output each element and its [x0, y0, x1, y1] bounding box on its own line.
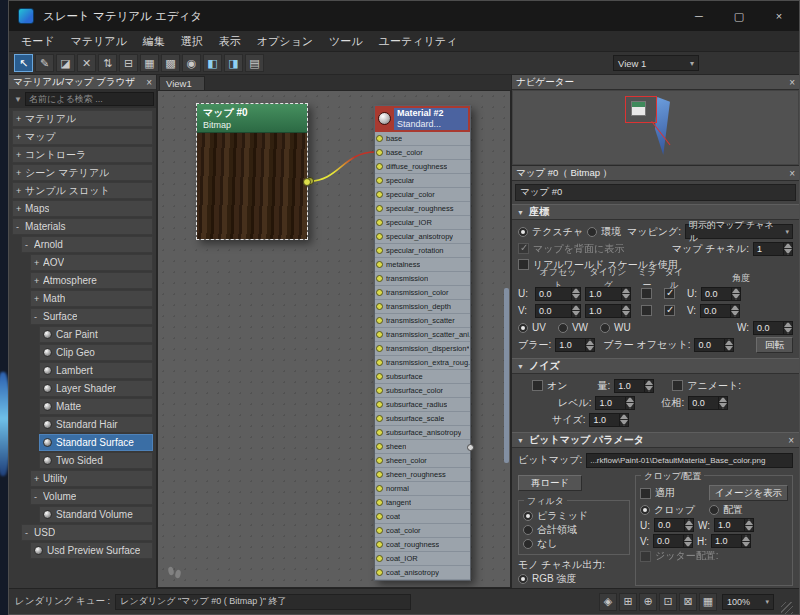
rgb-intensity-radio[interactable] [518, 574, 528, 584]
slot-diffuse_roughness[interactable]: diffuse_roughness [375, 160, 470, 174]
slot-subsurface[interactable]: subsurface [375, 370, 470, 384]
navigator-close-icon[interactable]: × [789, 77, 795, 88]
tiling-v-spinner[interactable]: 1.0 [585, 304, 631, 318]
input-socket-icon[interactable] [376, 135, 383, 142]
browser-item-usd-preview-surface[interactable]: Usd Preview Surface [30, 542, 153, 559]
spinner-arrows-icon[interactable] [741, 535, 750, 547]
rotate-button[interactable]: 回転 [756, 337, 793, 353]
show-background-icon[interactable]: ▦ [140, 54, 159, 72]
noise-on-checkbox[interactable] [532, 380, 543, 391]
resize-grip[interactable] [781, 602, 793, 614]
move-children-icon[interactable]: ⇅ [98, 54, 117, 72]
canvas-scrollbar[interactable] [504, 288, 509, 463]
input-socket-icon[interactable] [376, 457, 383, 464]
map-channel-spinner[interactable]: 1 [753, 242, 793, 256]
tile-v-checkbox[interactable] [664, 305, 675, 316]
input-socket-icon[interactable] [376, 569, 383, 576]
slot-specular_anisotropy[interactable]: specular_anisotropy [375, 230, 470, 244]
rollout-noise-header[interactable]: ▼ ノイズ [512, 358, 799, 374]
spinner-arrows-icon[interactable] [571, 288, 580, 300]
view-image-button[interactable]: イメージを表示 [709, 485, 788, 501]
animate-checkbox[interactable] [672, 380, 683, 391]
expand-icon[interactable]: + [16, 186, 25, 196]
slot-transmission_color[interactable]: transmission_color [375, 286, 470, 300]
filter-summed-area-radio[interactable] [523, 525, 533, 535]
texture-radio[interactable] [518, 227, 528, 237]
browser-item-maps[interactable]: +Maps [12, 200, 153, 217]
slot-metalness[interactable]: metalness [375, 258, 470, 272]
browser-item-math[interactable]: +Math [30, 290, 153, 307]
jitter-checkbox[interactable] [640, 551, 651, 562]
options-icon[interactable]: ▤ [245, 54, 264, 72]
browser-item-usd[interactable]: -USD [21, 524, 153, 541]
spinner-arrows-icon[interactable] [783, 243, 792, 255]
menu-utilities[interactable]: ユーティリティ [371, 34, 466, 49]
mapping-combo[interactable]: 明示的マップ チャネル ▾ [685, 224, 793, 239]
params-close-icon[interactable]: × [789, 168, 795, 179]
angle-v-spinner[interactable]: 0.0 [700, 304, 740, 318]
input-socket-icon[interactable] [376, 317, 383, 324]
offset-u-spinner[interactable]: 0.0 [535, 287, 581, 301]
browser-item-sample-slots[interactable]: +サンプル スロット [12, 182, 153, 199]
input-socket-icon[interactable] [376, 401, 383, 408]
slot-sheen_color[interactable]: sheen_color [375, 454, 470, 468]
collapse-icon[interactable]: - [34, 492, 43, 502]
input-socket-icon[interactable] [376, 275, 383, 282]
input-socket-icon[interactable] [376, 149, 383, 156]
spinner-arrows-icon[interactable] [724, 339, 733, 351]
browser-item-clip-geo[interactable]: Clip Geo [39, 344, 153, 361]
mirror-u-checkbox[interactable] [641, 288, 652, 299]
bitmap-thumbnail[interactable] [197, 133, 307, 239]
slot-coat_color[interactable]: coat_color [375, 524, 470, 538]
spinner-arrows-icon[interactable] [744, 519, 753, 531]
spinner-arrows-icon[interactable] [644, 380, 653, 392]
input-socket-icon[interactable] [376, 359, 383, 366]
expand-icon[interactable]: + [34, 258, 43, 268]
spinner-arrows-icon[interactable] [718, 397, 727, 409]
slot-base[interactable]: base [375, 132, 470, 146]
bitmap-node-header[interactable]: マップ #0 Bitmap [197, 104, 307, 133]
input-socket-icon[interactable] [376, 331, 383, 338]
zoom-region-icon[interactable]: ⊡ [659, 593, 677, 611]
tab-view1[interactable]: View1 [159, 76, 205, 90]
hide-unused-nodeslots-icon[interactable]: ⊟ [119, 54, 138, 72]
noise-phase-spinner[interactable]: 0.0 [688, 396, 728, 410]
slot-coat[interactable]: coat [375, 510, 470, 524]
assign-material-icon[interactable]: ◪ [56, 54, 75, 72]
expand-icon[interactable]: + [16, 132, 25, 142]
zoom-extents-selected-icon[interactable]: ▦ [699, 593, 717, 611]
zoom-extents-icon[interactable]: ⊠ [679, 593, 697, 611]
apply-checkbox[interactable] [640, 488, 651, 499]
close-button[interactable]: × [759, 1, 799, 31]
spinner-arrows-icon[interactable] [731, 288, 740, 300]
browser-item-arnold[interactable]: -Arnold [21, 236, 153, 253]
input-socket-icon[interactable] [376, 555, 383, 562]
browser-item-standard-surface[interactable]: Standard Surface [39, 434, 153, 451]
angle-w-spinner[interactable]: 0.0 [753, 321, 793, 335]
browser-item-aov[interactable]: +AOV [30, 254, 153, 271]
reload-button[interactable]: 再ロード [518, 475, 582, 491]
browser-item-maps-jp[interactable]: +マップ [12, 128, 153, 145]
spinner-arrows-icon[interactable] [730, 305, 739, 317]
menu-edit[interactable]: 編集 [135, 34, 173, 49]
input-socket-icon[interactable] [376, 303, 383, 310]
pan-tool-icon[interactable]: ⊞ [619, 593, 637, 611]
noise-size-spinner[interactable]: 1.0 [589, 413, 629, 427]
input-socket-icon[interactable] [376, 373, 383, 380]
expand-icon[interactable]: + [34, 474, 43, 484]
menu-tools[interactable]: ツール [321, 34, 371, 49]
browser-item-layer-shader[interactable]: Layer Shader [39, 380, 153, 397]
browser-item-surface[interactable]: -Surface [30, 308, 153, 325]
spinner-arrows-icon[interactable] [571, 305, 580, 317]
expand-icon[interactable]: + [16, 114, 25, 124]
crop-v-spinner[interactable]: 0.0 [653, 534, 693, 548]
input-socket-icon[interactable] [376, 219, 383, 226]
vw-radio[interactable] [558, 323, 568, 333]
browser-item-standard-volume[interactable]: Standard Volume [39, 506, 153, 523]
slot-specular_roughness[interactable]: specular_roughness [375, 202, 470, 216]
spinner-arrows-icon[interactable] [621, 305, 630, 317]
input-socket-icon[interactable] [376, 247, 383, 254]
crop-radio[interactable] [640, 505, 650, 515]
slot-subsurface_scale[interactable]: subsurface_scale [375, 412, 470, 426]
menu-options[interactable]: オプション [249, 34, 321, 49]
